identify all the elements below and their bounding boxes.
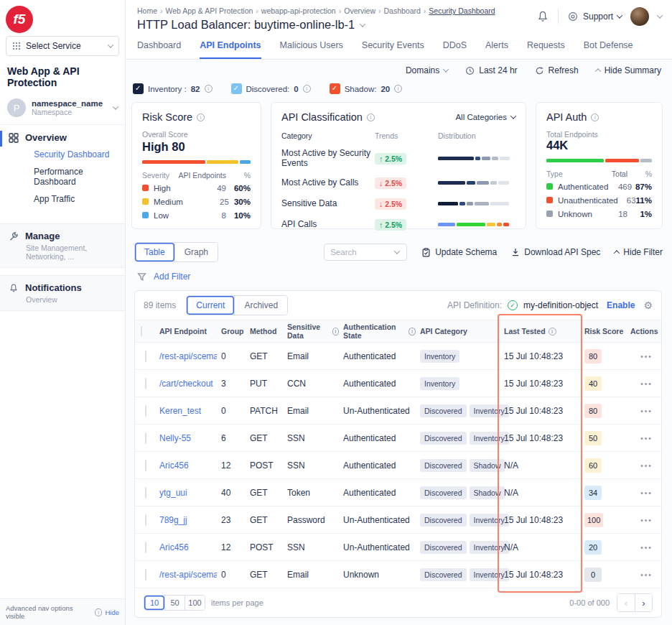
more-actions-button[interactable] [640, 570, 653, 580]
sidebar-subitem[interactable]: Security Dashboard [34, 146, 116, 163]
row-checkbox[interactable] [145, 405, 146, 417]
row-checkbox[interactable] [145, 487, 146, 499]
info-icon[interactable] [205, 85, 213, 93]
api-definition-value[interactable]: my-definition-object [523, 300, 598, 310]
info-icon[interactable] [332, 328, 339, 335]
api-endpoint-link[interactable]: ytg_uui [155, 488, 217, 498]
namespace-selector[interactable]: P namespace_name Namespace [0, 94, 125, 125]
sidebar-item-manage[interactable]: Manage Site Management, Networking, ... [0, 223, 125, 268]
info-icon[interactable] [95, 608, 103, 616]
row-checkbox[interactable] [145, 432, 146, 444]
user-avatar[interactable] [630, 7, 649, 26]
title-chevron-down-icon[interactable] [360, 21, 365, 27]
download-api-spec-button[interactable]: Download API Spec [511, 247, 600, 257]
next-page-button[interactable]: › [635, 594, 652, 611]
api-endpoint-link[interactable]: /rest-api/scema [155, 570, 217, 580]
more-actions-button[interactable] [640, 488, 653, 498]
more-actions-button[interactable] [640, 379, 653, 389]
tab[interactable]: API Endpoints [200, 40, 261, 59]
info-icon[interactable] [409, 328, 416, 335]
tab[interactable]: Security Events [362, 40, 424, 59]
row-checkbox[interactable] [145, 542, 146, 553]
tab[interactable]: DDoS [443, 40, 467, 59]
sidebar-item-overview[interactable]: Overview [9, 132, 116, 143]
breadcrumb-item[interactable]: webapp-api-protection [261, 6, 341, 15]
notifications-bell-icon[interactable] [536, 10, 549, 23]
gear-icon[interactable]: ⚙ [643, 300, 653, 311]
api-endpoint-link[interactable]: Aric456 [155, 542, 217, 552]
tab[interactable]: Requests [527, 40, 565, 59]
hide-filter-button[interactable]: Hide Filter [615, 247, 663, 257]
breadcrumb-item[interactable]: Web App & API Protection [166, 6, 258, 15]
tab[interactable]: Alerts [485, 40, 508, 59]
api-endpoint-link[interactable]: /cart/checkout [155, 379, 217, 389]
info-icon[interactable] [367, 114, 375, 121]
api-definition-label: API Definition: [447, 300, 502, 310]
api-endpoint-link[interactable]: /rest-api/scema [155, 351, 217, 361]
breadcrumb-item[interactable]: Security Dashboard [429, 6, 495, 15]
search-combobox[interactable] [324, 244, 407, 261]
row-checkbox[interactable] [145, 514, 146, 526]
filter-checkbox[interactable] [330, 83, 340, 94]
breadcrumb-item[interactable]: Overview [344, 6, 381, 15]
select-service-dropdown[interactable]: Select Service [6, 36, 119, 56]
sidebar-subitem[interactable]: App Traffic [34, 190, 116, 208]
filter-checkbox[interactable] [133, 83, 144, 94]
domains-dropdown[interactable]: Domains [406, 65, 448, 75]
refresh-button[interactable]: Refresh [535, 65, 579, 75]
filter-checkbox[interactable] [231, 83, 242, 94]
table-row: Nelly-55 6 GET SSN Authenticated Discove… [135, 425, 661, 452]
tab[interactable]: Bot Defense [584, 40, 633, 59]
page-size-button[interactable]: 100 [185, 596, 205, 610]
prev-page-button[interactable]: ‹ [617, 594, 635, 611]
row-checkbox[interactable] [145, 569, 146, 580]
api-endpoint-link[interactable]: Keren_test [155, 406, 217, 416]
more-actions-button[interactable] [640, 542, 653, 552]
more-actions-button[interactable] [640, 515, 653, 525]
chevron-down-icon[interactable] [657, 12, 663, 18]
page-size-button[interactable]: 10 [144, 596, 164, 610]
breadcrumb-item[interactable]: Dashboard [383, 6, 426, 15]
state-tab[interactable]: Archived [234, 296, 287, 315]
info-icon[interactable] [394, 85, 402, 93]
add-filter-button[interactable]: Add Filter [154, 272, 190, 282]
more-actions-button[interactable] [640, 433, 653, 443]
advanced-nav-text: Advanced nav options visible [6, 604, 92, 620]
all-categories-dropdown[interactable]: All Categories [455, 113, 515, 121]
wrench-icon [9, 231, 19, 241]
more-actions-button[interactable] [640, 406, 653, 416]
api-endpoint-link[interactable]: 789g_jj [155, 515, 217, 525]
more-actions-button[interactable] [640, 351, 653, 361]
update-schema-button[interactable]: Update Schema [421, 247, 497, 257]
risk-trend-badge [191, 146, 202, 149]
page-size-button[interactable]: 50 [164, 596, 185, 610]
support-menu[interactable]: Support [567, 11, 622, 22]
search-input[interactable] [330, 248, 391, 256]
row-checkbox[interactable] [145, 351, 146, 362]
more-actions-button[interactable] [640, 460, 653, 471]
info-icon[interactable] [303, 85, 311, 93]
f5-logo: f5 [6, 6, 33, 33]
view-toggle-button[interactable]: Table [135, 243, 174, 261]
tab[interactable]: Dashboard [137, 40, 181, 59]
info-icon[interactable] [197, 114, 205, 121]
sidebar-subitem[interactable]: Performance Dashboard [34, 163, 116, 190]
state-tab[interactable]: Current [187, 296, 234, 315]
info-icon[interactable] [591, 114, 599, 121]
enable-button[interactable]: Enable [607, 300, 635, 310]
breadcrumb-item[interactable]: Home [137, 6, 163, 15]
tab[interactable]: Malicious Users [280, 40, 343, 59]
classification-trend-badge: 2.5% [375, 198, 406, 210]
select-all-checkbox[interactable] [141, 326, 142, 336]
hide-summary-button[interactable]: Hide Summary [596, 65, 661, 75]
api-endpoint-link[interactable]: Aric456 [155, 460, 217, 471]
row-checkbox[interactable] [145, 460, 146, 471]
sidebar-item-notifications[interactable]: Notifications Overview [0, 275, 125, 311]
info-icon[interactable] [549, 328, 556, 335]
view-toggle-button[interactable]: Graph [174, 243, 218, 261]
time-range-selector[interactable]: Last 24 hr [465, 65, 517, 75]
api-endpoint-link[interactable]: Nelly-55 [155, 433, 217, 443]
row-checkbox[interactable] [145, 378, 146, 389]
api-category-cell: DiscoveredShadow [416, 486, 500, 499]
hide-nav-link[interactable]: Hide [105, 608, 119, 616]
